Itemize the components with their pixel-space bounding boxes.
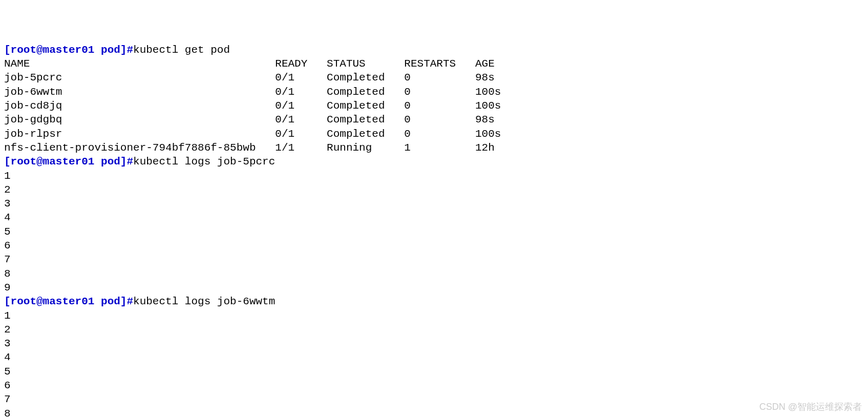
command-text: kubectl logs job-5pcrc [133,156,275,168]
table-row: job-gdgbq 0/1 Completed 0 98s [4,113,864,127]
log-line: 2 [4,323,864,337]
table-row: job-cd8jq 0/1 Completed 0 100s [4,99,864,113]
table-header: NAME READY STATUS RESTARTS AGE [4,57,864,71]
watermark: CSDN @智能运维探索者 [759,401,862,413]
log-line: 8 [4,267,864,281]
table-row: job-5pcrc 0/1 Completed 0 98s [4,71,864,85]
table-row: job-6wwtm 0/1 Completed 0 100s [4,85,864,99]
log-line: 5 [4,225,864,239]
command-text: kubectl logs job-6wwtm [133,296,275,307]
command-text: kubectl get pod [133,44,230,56]
log-line: 6 [4,239,864,253]
shell-prompt: [root@master01 pod]# [4,296,133,307]
shell-prompt: [root@master01 pod]# [4,44,133,56]
log-line: 9 [4,281,864,295]
log-line: 7 [4,253,864,266]
log-line: 1 [4,169,864,183]
terminal-output[interactable]: [root@master01 pod]#kubectl get podNAME … [4,43,864,417]
log-line: 1 [4,309,864,323]
table-row: nfs-client-provisioner-794bf7886f-85bwb … [4,141,864,155]
log-line: 4 [4,211,864,224]
log-line: 4 [4,350,864,364]
log-line: 6 [4,379,864,392]
log-line: 3 [4,337,864,350]
table-row: job-rlpsr 0/1 Completed 0 100s [4,127,864,141]
log-line: 3 [4,197,864,211]
shell-prompt: [root@master01 pod]# [4,156,133,168]
log-line: 8 [4,407,864,417]
log-line: 5 [4,365,864,379]
log-line: 2 [4,183,864,197]
log-line: 7 [4,392,864,406]
